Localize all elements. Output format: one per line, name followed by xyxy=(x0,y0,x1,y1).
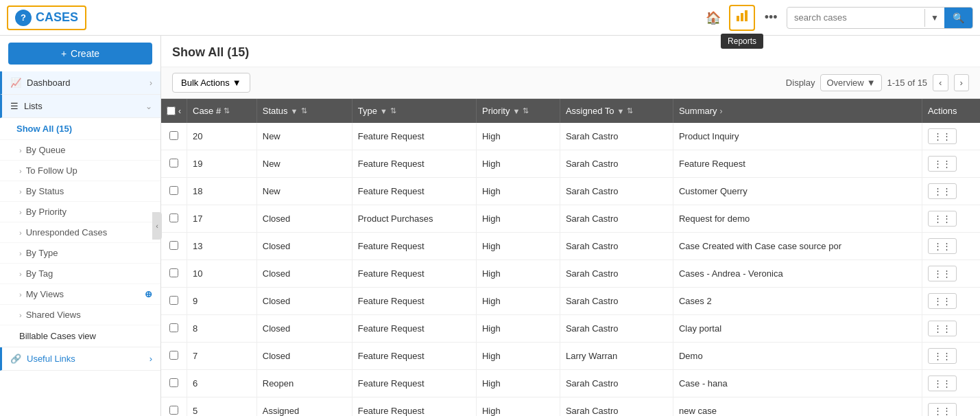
row-checkbox[interactable] xyxy=(169,296,178,305)
dashboard-chart-icon: 📈 xyxy=(10,78,21,88)
row-checkbox[interactable] xyxy=(169,186,178,195)
reports-chart-icon xyxy=(735,9,749,26)
row-assigned: Sarah Castro xyxy=(560,370,673,397)
row-checkbox[interactable] xyxy=(169,213,178,222)
sidebar-nav-my-views[interactable]: › My Views ⊕ xyxy=(0,284,160,305)
row-action-button[interactable]: ⋮⋮ xyxy=(928,183,957,199)
row-assigned: Sarah Castro xyxy=(560,288,673,315)
table-container: ‹ Case # ⇅ Status ▼ xyxy=(161,99,980,416)
sort-type-icon[interactable]: ⇅ xyxy=(390,106,396,115)
row-type: Feature Request xyxy=(352,315,476,343)
row-actions-cell: ⋮⋮ xyxy=(922,205,980,233)
content-header: Show All (15) xyxy=(161,36,980,67)
row-checkbox-cell xyxy=(161,288,187,315)
row-action-button[interactable]: ⋮⋮ xyxy=(928,348,957,364)
sidebar-item-dashboard[interactable]: 📈 Dashboard › xyxy=(0,71,160,95)
row-status: New xyxy=(256,123,352,150)
row-checkbox[interactable] xyxy=(169,159,178,167)
sort-priority-icon[interactable]: ⇅ xyxy=(523,106,529,115)
row-priority: High xyxy=(476,370,560,397)
table-row: 13 Closed Feature Request High Sarah Cas… xyxy=(161,233,980,260)
row-priority: High xyxy=(476,123,560,150)
row-action-button[interactable]: ⋮⋮ xyxy=(928,238,957,254)
row-status: Closed xyxy=(256,288,352,315)
row-actions-cell: ⋮⋮ xyxy=(922,397,980,417)
bulk-actions-button[interactable]: Bulk Actions ▼ xyxy=(172,73,250,93)
table-row: 18 New Feature Request High Sarah Castro… xyxy=(161,178,980,205)
sidebar: + Create 📈 Dashboard › ☰ Lists ⌄ Show Al… xyxy=(0,36,161,416)
row-checkbox[interactable] xyxy=(169,131,178,140)
row-case-id: 10 xyxy=(187,260,257,288)
page-next-button[interactable]: › xyxy=(954,74,969,91)
row-action-button[interactable]: ⋮⋮ xyxy=(928,321,957,336)
sort-status-icon[interactable]: ⇅ xyxy=(301,106,307,115)
row-assigned: Sarah Castro xyxy=(560,150,673,178)
table-row: 10 Closed Feature Request High Sarah Cas… xyxy=(161,260,980,288)
row-action-button[interactable]: ⋮⋮ xyxy=(928,156,957,172)
filter-assigned-icon[interactable]: ▼ xyxy=(617,107,625,115)
row-checkbox[interactable] xyxy=(169,323,178,332)
brand-title: CASES xyxy=(36,10,78,25)
sidebar-nav-shared-views[interactable]: › Shared Views xyxy=(0,305,160,325)
home-button[interactable]: 🏠 xyxy=(700,5,726,31)
create-button[interactable]: + Create xyxy=(8,43,152,65)
sidebar-nav-show-all[interactable]: Show All (15) xyxy=(0,118,160,140)
row-type: Feature Request xyxy=(352,260,476,288)
row-action-button[interactable]: ⋮⋮ xyxy=(928,266,957,281)
row-action-button[interactable]: ⋮⋮ xyxy=(928,375,957,391)
row-checkbox[interactable] xyxy=(169,406,178,415)
sidebar-nav-by-priority[interactable]: › By Priority xyxy=(0,202,160,222)
reports-button[interactable] xyxy=(729,5,755,31)
select-all-checkbox[interactable] xyxy=(167,106,176,115)
th-case-number: Case # ⇅ xyxy=(187,99,257,123)
sidebar-collapse-handle[interactable]: ‹ xyxy=(152,212,162,240)
filter-status-icon[interactable]: ▼ xyxy=(291,107,298,115)
filter-type-icon[interactable]: ▼ xyxy=(380,107,387,115)
sidebar-nav-by-tag[interactable]: › By Tag xyxy=(0,264,160,284)
more-icon: ••• xyxy=(765,10,778,25)
row-checkbox[interactable] xyxy=(169,378,178,387)
row-summary: Demo xyxy=(673,343,922,370)
row-action-button[interactable]: ⋮⋮ xyxy=(928,293,957,309)
row-summary: new case xyxy=(673,397,922,417)
sort-assigned-icon[interactable]: ⇅ xyxy=(627,106,633,115)
row-assigned: Sarah Castro xyxy=(560,205,673,233)
lists-icon: ☰ xyxy=(10,101,19,111)
row-case-id: 6 xyxy=(187,370,257,397)
table-row: 8 Closed Feature Request High Sarah Cast… xyxy=(161,315,980,343)
sidebar-nav-by-status[interactable]: › By Status xyxy=(0,181,160,202)
svg-rect-1 xyxy=(741,13,743,21)
search-dropdown-button[interactable]: ▼ xyxy=(924,9,944,27)
search-submit-button[interactable]: 🔍 xyxy=(944,8,972,28)
table-row: 7 Closed Feature Request High Larry Warr… xyxy=(161,343,980,370)
th-nav-icon: ‹ xyxy=(178,106,181,116)
sort-case-icon[interactable]: ⇅ xyxy=(224,106,230,115)
sidebar-nav-by-type[interactable]: › By Type xyxy=(0,243,160,264)
add-view-icon[interactable]: ⊕ xyxy=(145,289,152,299)
sidebar-nav-by-queue[interactable]: › By Queue xyxy=(0,140,160,161)
row-action-button[interactable]: ⋮⋮ xyxy=(928,128,957,144)
sidebar-item-useful-links[interactable]: 🔗 Useful Links › xyxy=(0,347,160,371)
row-actions-cell: ⋮⋮ xyxy=(922,370,980,397)
display-select[interactable]: Overview ▼ xyxy=(820,74,881,91)
row-case-id: 7 xyxy=(187,343,257,370)
caret-icon-shared: › xyxy=(19,311,22,319)
brand-logo: ? CASES xyxy=(7,5,86,30)
row-actions-cell: ⋮⋮ xyxy=(922,288,980,315)
sidebar-nav-billable[interactable]: Billable Cases view xyxy=(0,325,160,347)
search-input[interactable] xyxy=(787,8,924,27)
sidebar-nav-unresponded[interactable]: › Unresponded Cases xyxy=(0,222,160,243)
row-assigned: Sarah Castro xyxy=(560,315,673,343)
sidebar-nav-to-follow-up[interactable]: › To Follow Up xyxy=(0,161,160,181)
row-summary: Feature Request xyxy=(673,150,922,178)
row-action-button[interactable]: ⋮⋮ xyxy=(928,211,957,227)
row-assigned: Sarah Castro xyxy=(560,123,673,150)
filter-priority-icon[interactable]: ▼ xyxy=(512,107,520,115)
row-action-button[interactable]: ⋮⋮ xyxy=(928,403,957,416)
sidebar-item-lists[interactable]: ☰ Lists ⌄ xyxy=(0,95,160,118)
row-checkbox[interactable] xyxy=(169,268,178,277)
page-prev-button[interactable]: ‹ xyxy=(933,74,948,91)
more-options-button[interactable]: ••• xyxy=(758,5,784,31)
row-checkbox[interactable] xyxy=(169,351,178,360)
row-checkbox[interactable] xyxy=(169,241,178,250)
